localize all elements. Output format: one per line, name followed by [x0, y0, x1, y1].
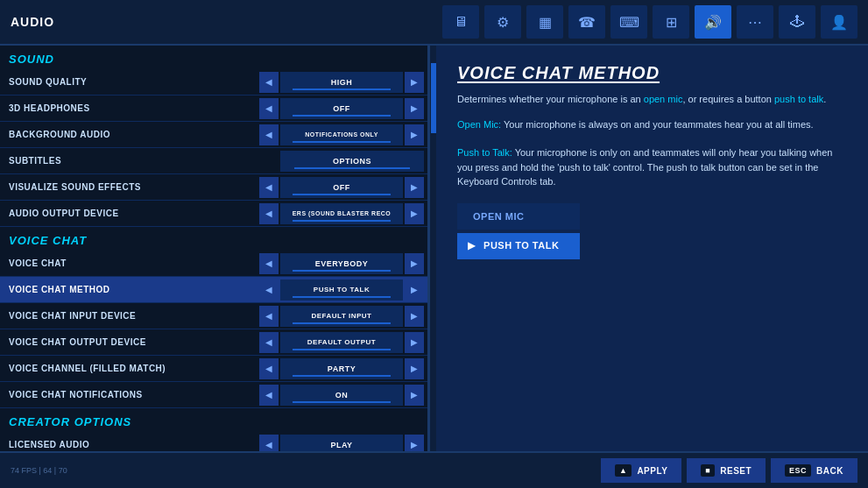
section-sound-header: SOUND	[0, 46, 427, 69]
section-creator-header: CREATOR OPTIONS	[0, 408, 427, 432]
voice-chat-method-label: VOICE CHAT METHOD	[4, 285, 259, 294]
apply-label: APPLY	[637, 466, 667, 476]
audio-output-label: AUDIO OUTPUT DEVICE	[4, 209, 259, 218]
voice-output-value: DEFAULT OUTPUT	[280, 332, 403, 353]
right-panel-title: VOICE CHAT METHOD	[457, 63, 847, 83]
left-panel: SOUND SOUND QUALITY ◀ HIGH ▶ 3D HEADPHON…	[0, 46, 429, 451]
push-to-talk-highlight: push to talk	[774, 94, 823, 104]
setting-audio-output: AUDIO OUTPUT DEVICE ◀ ERS (SOUND BLASTER…	[0, 201, 427, 227]
voice-chat-label: VOICE CHAT	[4, 258, 259, 268]
voice-channel-label: VOICE CHANNEL (FILLED MATCH)	[4, 364, 259, 373]
licensed-audio-control: ◀ PLAY ▶	[259, 435, 424, 452]
setting-licensed-audio: LICENSED AUDIO ◀ PLAY ▶	[0, 432, 427, 451]
voice-channel-value: PARTY	[280, 358, 403, 379]
voice-channel-control: ◀ PARTY ▶	[259, 358, 424, 379]
voice-input-value: DEFAULT INPUT	[280, 306, 403, 327]
nav-gamepad[interactable]: ⊞	[653, 5, 689, 39]
voice-chat-left[interactable]: ◀	[259, 253, 279, 274]
voice-notifications-left[interactable]: ◀	[259, 385, 279, 406]
3d-headphones-control: ◀ OFF ▶	[259, 98, 424, 119]
right-panel-description: Determines whether your microphone is an…	[457, 92, 847, 107]
licensed-audio-left[interactable]: ◀	[259, 435, 279, 452]
nav-controller[interactable]: 🕹	[779, 5, 815, 39]
visualize-sound-label: VISUALIZE SOUND EFFECTS	[4, 182, 259, 192]
section-voice-header: VOICE CHAT	[0, 227, 427, 251]
push-to-talk-option[interactable]: PUSH TO TALK	[457, 233, 580, 259]
visualize-sound-left[interactable]: ◀	[259, 177, 279, 198]
sound-quality-control: ◀ HIGH ▶	[259, 72, 424, 93]
nav-nodes[interactable]: ⋯	[737, 5, 773, 39]
3d-headphones-left[interactable]: ◀	[259, 98, 279, 119]
open-mic-label: Open Mic:	[457, 119, 501, 130]
right-panel-open-mic-desc: Open Mic: Your microphone is always on a…	[457, 117, 847, 132]
sound-quality-right[interactable]: ▶	[405, 72, 424, 93]
voice-input-left[interactable]: ◀	[259, 306, 279, 327]
setting-voice-output: VOICE CHAT OUTPUT DEVICE ◀ DEFAULT OUTPU…	[0, 329, 427, 356]
open-mic-highlight: open mic	[644, 94, 683, 104]
top-nav: AUDIO 🖥 ⚙ ▦ ☎ ⌨ ⊞ 🔊 ⋯ 🕹 👤	[0, 0, 868, 46]
licensed-audio-right[interactable]: ▶	[405, 435, 424, 452]
back-button[interactable]: ESC BACK	[771, 458, 857, 483]
setting-3d-headphones: 3D HEADPHONES ◀ OFF ▶	[0, 95, 427, 122]
apply-key-badge: ▲	[615, 464, 632, 477]
sound-quality-value: HIGH	[280, 72, 403, 93]
visualize-sound-control: ◀ OFF ▶	[259, 177, 424, 198]
main-layout: SOUND SOUND QUALITY ◀ HIGH ▶ 3D HEADPHON…	[0, 46, 868, 451]
background-audio-right[interactable]: ▶	[405, 124, 424, 145]
voice-output-right[interactable]: ▶	[405, 332, 424, 353]
voice-chat-method-left[interactable]: ◀	[259, 279, 279, 301]
audio-output-right[interactable]: ▶	[405, 203, 424, 224]
subtitles-value: OPTIONS	[280, 151, 424, 172]
setting-voice-chat-method[interactable]: VOICE CHAT METHOD ◀ PUSH TO TALK ▶	[0, 277, 427, 303]
visualize-sound-right[interactable]: ▶	[405, 177, 424, 198]
voice-notifications-right[interactable]: ▶	[405, 385, 424, 406]
scrollbar[interactable]	[429, 46, 436, 451]
setting-subtitles: SUBTITLES OPTIONS	[0, 148, 427, 174]
nav-gear[interactable]: ⚙	[484, 5, 521, 39]
apply-button[interactable]: ▲ APPLY	[601, 458, 681, 483]
subtitles-label: SUBTITLES	[4, 156, 280, 166]
setting-voice-chat: VOICE CHAT ◀ EVERYBODY ▶	[0, 251, 427, 277]
nav-display[interactable]: ▦	[526, 5, 563, 39]
voice-channel-left[interactable]: ◀	[259, 358, 279, 379]
back-key-badge: ESC	[785, 464, 811, 477]
right-panel: VOICE CHAT METHOD Determines whether you…	[436, 46, 868, 451]
audio-output-left[interactable]: ◀	[259, 203, 279, 224]
back-label: BACK	[816, 466, 843, 476]
push-to-talk-label: Push to Talk:	[457, 147, 512, 158]
nav-speaker[interactable]: 🔊	[695, 5, 731, 39]
setting-voice-notifications: VOICE CHAT NOTIFICATIONS ◀ ON ▶	[0, 382, 427, 408]
setting-sound-quality: SOUND QUALITY ◀ HIGH ▶	[0, 69, 427, 95]
nav-monitor[interactable]: 🖥	[442, 5, 479, 39]
setting-visualize-sound: VISUALIZE SOUND EFFECTS ◀ OFF ▶	[0, 174, 427, 201]
sound-quality-left[interactable]: ◀	[259, 72, 279, 93]
voice-output-label: VOICE CHAT OUTPUT DEVICE	[4, 337, 259, 347]
voice-output-left[interactable]: ◀	[259, 332, 279, 353]
app-title: AUDIO	[11, 15, 54, 29]
nav-person[interactable]: 👤	[821, 5, 857, 39]
voice-notifications-value: ON	[280, 385, 403, 406]
reset-button[interactable]: ■ RESET	[687, 458, 766, 483]
scroll-thumb	[431, 63, 436, 133]
reset-label: RESET	[720, 466, 752, 476]
voice-input-control: ◀ DEFAULT INPUT ▶	[259, 306, 424, 327]
voice-input-right[interactable]: ▶	[405, 306, 424, 327]
voice-input-label: VOICE CHAT INPUT DEVICE	[4, 311, 259, 321]
3d-headphones-right[interactable]: ▶	[405, 98, 424, 119]
voice-notifications-control: ◀ ON ▶	[259, 385, 424, 406]
voice-chat-method-right[interactable]: ▶	[405, 279, 424, 301]
voice-chat-right[interactable]: ▶	[405, 253, 424, 274]
nav-keyboard[interactable]: ⌨	[610, 5, 647, 39]
open-mic-option[interactable]: OPEN MIC	[457, 203, 580, 230]
voice-channel-right[interactable]: ▶	[405, 358, 424, 379]
3d-headphones-value: OFF	[280, 98, 403, 119]
3d-headphones-label: 3D HEADPHONES	[4, 103, 259, 113]
audio-output-value: ERS (SOUND BLASTER RECO	[280, 203, 403, 224]
background-audio-value: NOTIFICATIONS ONLY	[280, 124, 403, 145]
licensed-audio-label: LICENSED AUDIO	[4, 440, 259, 449]
background-audio-left[interactable]: ◀	[259, 124, 279, 145]
voice-chat-method-value: PUSH TO TALK	[280, 279, 403, 301]
voice-chat-method-control: ◀ PUSH TO TALK ▶	[259, 279, 424, 301]
setting-background-audio: BACKGROUND AUDIO ◀ NOTIFICATIONS ONLY ▶	[0, 122, 427, 148]
nav-phone[interactable]: ☎	[568, 5, 605, 39]
